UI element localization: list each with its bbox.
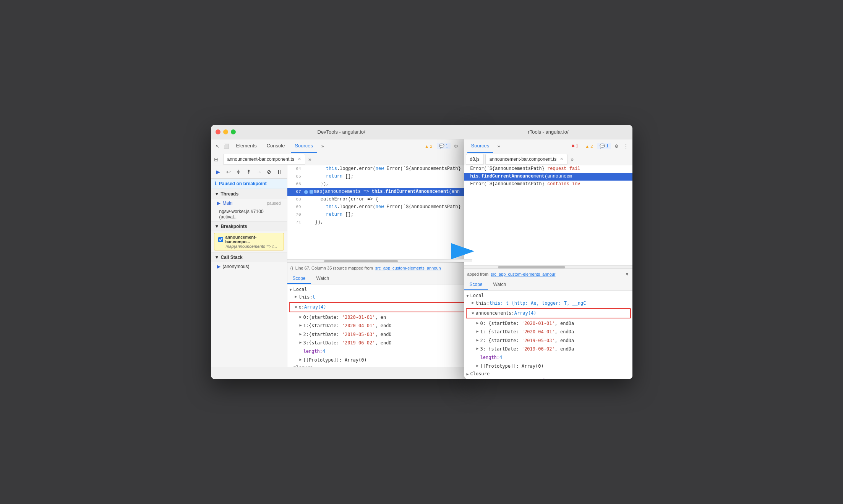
horizontal-scrollbar[interactable] — [287, 259, 472, 262]
code-line-67: 67 map(announcements => this.findCurrent… — [287, 188, 472, 196]
file-tab-d8-label: d8.js — [470, 157, 480, 162]
scope-local-header[interactable]: ▼ Local — [287, 286, 472, 293]
tab-scope[interactable]: Scope — [287, 273, 311, 284]
close-button[interactable] — [216, 129, 220, 134]
scope-closure-header-right[interactable]: ▶ Closure — [464, 370, 632, 377]
source-map-link-right[interactable]: src_app_custom-elements_annour — [491, 272, 555, 276]
scope-ann-proto[interactable]: ▶ [[Prototype]]: Array(0) — [464, 362, 632, 370]
tab-watch[interactable]: Watch — [311, 273, 335, 284]
status-bar: {} Line 67, Column 35 (source mapped fro… — [287, 262, 472, 273]
threads-label: Threads — [220, 191, 238, 197]
line-number-64: 64 — [290, 166, 301, 173]
source-map-link[interactable]: src_app_custom-elements_announ — [375, 266, 441, 270]
ann2-arrow: ▶ — [477, 337, 479, 343]
scope-e-proto[interactable]: ▶ [[Prototype]]: Array(0) — [287, 356, 472, 364]
threads-header[interactable]: ▼ Threads — [211, 189, 287, 199]
scope-this[interactable]: ▶ this: t — [287, 293, 472, 301]
e0-val: {startDate: '2020-01-01', en — [309, 313, 386, 321]
sidebar-toggle-icon[interactable]: ⊟ — [212, 155, 220, 163]
warning-badge[interactable]: ▲ 2 — [422, 143, 434, 149]
cursor-icon[interactable]: ↖ — [214, 143, 221, 150]
scope-ann-2[interactable]: ▶ 2: {startDate: '2019-05-03', endDa — [464, 336, 632, 345]
file-tab-announcement-right[interactable]: announcement-bar.component.ts ✕ — [485, 154, 567, 165]
scope-announcements-boxed[interactable]: ▼ announcements: Array(4) — [466, 308, 631, 318]
settings-icon-right[interactable]: ⚙ — [613, 143, 620, 150]
step-back-button[interactable]: ↩ — [225, 168, 232, 176]
step-over-button[interactable]: ↡ — [235, 168, 242, 176]
scope-e-1[interactable]: ▶ 1: {startDate: '2020-04-01', endD — [287, 321, 472, 330]
this-key: this: — [299, 293, 313, 301]
thread-main[interactable]: ▶ Main paused — [211, 199, 287, 207]
breakpoint-checkbox[interactable] — [218, 237, 223, 242]
scrollbar-thumb — [324, 260, 398, 262]
warn-badge-right[interactable]: ▲ 2 — [583, 143, 595, 149]
scope-closure-header[interactable]: ▶ Closure — [287, 364, 472, 367]
more-file-tabs[interactable]: » — [307, 156, 313, 162]
code-editor-right[interactable]: Error(`${announcementsPath} request fail… — [464, 165, 632, 265]
scope-closure2-header-right[interactable]: ▼ AnnouncementBarComponent: class t — [464, 377, 632, 379]
file-tabs-bar-right: d8.js announcement-bar.component.ts ✕ » — [464, 153, 632, 165]
scope-e-2[interactable]: ▶ 2: {startDate: '2019-05-03', endD — [287, 330, 472, 339]
ann1-arrow: ▶ — [477, 328, 479, 334]
maximize-button[interactable] — [231, 129, 236, 134]
tab-sources-right[interactable]: Sources — [467, 139, 493, 153]
this-key-right: this: — [476, 299, 490, 307]
file-tab-active[interactable]: announcement-bar.component.ts ✕ — [223, 154, 305, 165]
scope-e-0[interactable]: ▶ 0: {startDate: '2020-01-01', en — [287, 313, 472, 321]
e-key: e: — [299, 303, 304, 311]
thread-ngsw[interactable]: ngsw-worker.js #7100 (activat... — [211, 207, 287, 221]
expand-status-btn-right[interactable]: ▼ — [625, 272, 629, 276]
info-icon: ℹ — [215, 181, 217, 186]
more-tabs-right-icon[interactable]: » — [495, 143, 502, 150]
code-text-66: }), — [304, 181, 329, 188]
call-stack-label: Call Stack — [220, 255, 242, 260]
scope-e-3[interactable]: ▶ 3: {startDate: '2019-06-02', endD — [287, 339, 472, 347]
scope-local-label-right: Local — [470, 293, 484, 298]
code-text-70: return []; — [304, 211, 354, 218]
line-number-67: 67 — [290, 189, 301, 195]
callstack-item-anonymous[interactable]: ▶ (anonymous) — [211, 262, 287, 271]
settings-icon[interactable]: ⚙ — [453, 143, 460, 150]
tab-elements[interactable]: Elements — [232, 139, 261, 153]
file-tab-d8[interactable]: d8.js — [466, 154, 484, 165]
threads-collapse-icon: ▼ — [215, 191, 219, 197]
tab-sources[interactable]: Sources — [291, 139, 317, 153]
main-toolbar-right: Sources » ✖ 1 ▲ 2 💬 1 ⚙ ⋮ — [464, 139, 632, 153]
pause-button[interactable]: ⏸ — [276, 168, 283, 176]
step-out-button[interactable]: ↟ — [245, 168, 253, 176]
ann-key: announcements: — [476, 309, 514, 317]
deactivate-button[interactable]: ⊘ — [266, 168, 273, 176]
file-tab-right-close[interactable]: ✕ — [560, 157, 563, 162]
step-button[interactable]: → — [255, 168, 263, 176]
tab-scope-right[interactable]: Scope — [464, 279, 488, 290]
more-tabs-icon[interactable]: » — [319, 143, 326, 150]
scope-local-header-right[interactable]: ▼ Local — [464, 292, 632, 299]
call-stack-header[interactable]: ▼ Call Stack — [211, 252, 287, 262]
ann3-arrow: ▶ — [477, 345, 479, 352]
scope-ann-3[interactable]: ▶ 3: {startDate: '2019-06-02', endDa — [464, 345, 632, 353]
scope-this-right[interactable]: ▶ this: this: t {http: Ae, logger: T, __… — [464, 299, 632, 307]
scope-ann-0[interactable]: ▶ 0: {startDate: '2020-01-01', endDa — [464, 319, 632, 328]
more-file-tabs-right[interactable]: » — [569, 156, 575, 162]
tab-watch-right[interactable]: Watch — [488, 279, 512, 290]
resume-button[interactable]: ▶ — [215, 168, 222, 176]
message-badge[interactable]: 💬 1 — [437, 143, 450, 149]
tab-console[interactable]: Console — [263, 139, 289, 153]
msg-badge-right[interactable]: 💬 1 — [597, 143, 611, 149]
format-button[interactable]: {} — [290, 266, 293, 270]
this-arrow-right-icon: ▶ — [472, 299, 474, 306]
scope-closure-label-right: Closure — [470, 371, 490, 376]
device-icon[interactable]: ⬜ — [223, 143, 230, 150]
scope-e-boxed[interactable]: ▼ e: Array(4) — [289, 302, 470, 312]
scope-ann-1[interactable]: ▶ 1: {startDate: '2020-04-01', endDa — [464, 328, 632, 336]
breakpoint-item[interactable]: announcement-bar.compo... map(announceme… — [214, 233, 284, 250]
file-tab-close[interactable]: ✕ — [298, 157, 301, 162]
minimize-button[interactable] — [223, 129, 228, 134]
callstack-arrow-icon: ▶ — [217, 264, 220, 269]
code-editor[interactable]: 64 this.logger.error(new Error(`${announ… — [287, 165, 472, 259]
error-badge-right[interactable]: ✖ 1 — [569, 143, 580, 149]
breakpoints-header[interactable]: ▼ Breakpoints — [211, 221, 287, 231]
more-options-right-icon[interactable]: ⋮ — [623, 143, 629, 150]
window-controls — [216, 129, 236, 134]
horizontal-scrollbar-right[interactable] — [464, 265, 632, 268]
